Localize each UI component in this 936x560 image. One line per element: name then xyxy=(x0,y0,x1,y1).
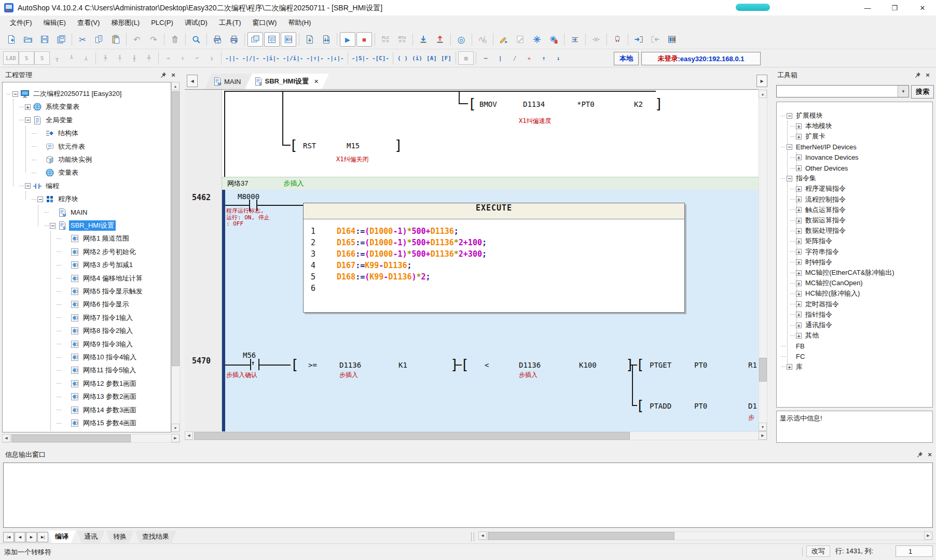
menu-item-v[interactable]: 查看(V) xyxy=(72,16,105,30)
redo-button[interactable]: ↷ xyxy=(146,32,161,47)
scroll-up-arrow[interactable]: ▲ xyxy=(759,90,767,98)
append-branch-button[interactable]: ┰ xyxy=(50,52,64,64)
expand-icon[interactable]: + xyxy=(796,155,802,160)
project-tree-item-15[interactable]: 网络5 指令显示触发 xyxy=(57,286,144,297)
delete-cell-button[interactable]: ╂ xyxy=(127,52,142,64)
contact-falling-button[interactable]: -|↓|- xyxy=(325,52,346,64)
draw-vline-button[interactable]: | xyxy=(493,52,507,64)
save-all-button[interactable] xyxy=(53,32,69,47)
close-panel-icon[interactable]: × xyxy=(169,71,177,79)
plc-protocol-button[interactable]: PLC xyxy=(378,32,393,47)
close-button[interactable]: ✕ xyxy=(909,0,936,16)
stop-button[interactable]: ■ xyxy=(356,32,372,47)
scroll-right-arrow[interactable]: ▶ xyxy=(759,431,767,440)
coil-set-button[interactable]: -|S|- xyxy=(350,52,370,64)
toolbox-tree-item-23[interactable]: FC xyxy=(781,352,806,362)
menu-item-h[interactable]: 帮助(H) xyxy=(282,16,316,30)
ptget-operand-2[interactable]: R1 xyxy=(748,361,757,369)
pin-icon[interactable] xyxy=(913,71,921,79)
print-button[interactable] xyxy=(226,32,242,47)
coil-count-button[interactable]: -[C]- xyxy=(370,52,391,64)
last-record-button[interactable]: ▶| xyxy=(37,532,48,542)
menu-item-t[interactable]: 工具(T) xyxy=(213,16,247,30)
save-button[interactable] xyxy=(37,32,52,47)
editor-tab-sbr_hmi[interactable]: SSBR_HMI设置✕ xyxy=(245,74,329,89)
toolbox-tree-item-8[interactable]: +流程控制指令 xyxy=(790,194,847,205)
offline-edit-button[interactable] xyxy=(588,32,604,47)
expand-icon[interactable]: + xyxy=(787,364,792,370)
project-tree-item-5[interactable]: 功能块实例 xyxy=(32,155,93,165)
contact-closed-button[interactable]: -|/|- xyxy=(241,52,261,64)
scroll-left-arrow[interactable]: ◀ xyxy=(478,531,487,540)
output-tab-查找结果[interactable]: 查找结果 xyxy=(135,530,176,543)
sfc-step-button[interactable]: S xyxy=(19,51,34,65)
ptget-instruction[interactable]: PTGET xyxy=(650,361,671,369)
expand-icon[interactable]: + xyxy=(796,333,802,339)
toolbox-tree-item-16[interactable]: +MC轴控(CanOpen) xyxy=(790,278,864,288)
project-tree-item-25[interactable]: 网络15 参数4画面 xyxy=(57,418,138,428)
bmov-operand-3[interactable]: K2 xyxy=(634,100,643,108)
merge-branch-button[interactable]: ┸ xyxy=(64,52,79,64)
project-tree-item-8[interactable]: −程序块 xyxy=(32,194,80,204)
project-tree-item-1[interactable]: +系统变量表 xyxy=(19,102,81,112)
scroll-thumb[interactable] xyxy=(759,358,767,382)
line-corner-button[interactable]: ⌐ xyxy=(190,52,204,64)
compile-all-button[interactable] xyxy=(319,32,334,47)
rst-operand[interactable]: M15 xyxy=(347,142,360,150)
scroll-left-arrow[interactable]: ◀ xyxy=(2,434,10,442)
cut-button[interactable]: ✂ xyxy=(75,32,90,47)
app-instruction-button[interactable]: [A] xyxy=(424,52,439,64)
next-record-button[interactable]: ▶ xyxy=(26,532,37,542)
jump-out-button[interactable] xyxy=(648,32,663,47)
window-ladder-button[interactable] xyxy=(281,32,296,47)
project-tree-item-9[interactable]: MMAIN xyxy=(44,207,89,218)
ptget-operand-1[interactable]: PT0 xyxy=(694,361,707,369)
project-tree-item-13[interactable]: 网络3 步号加减1 xyxy=(57,260,134,270)
compile-button[interactable] xyxy=(302,32,318,47)
undo-button[interactable]: ↶ xyxy=(129,32,145,47)
toolbox-tree-item-15[interactable]: +MC轴控(EtherCAT&脉冲输出) xyxy=(790,268,896,278)
prev-record-button[interactable]: ◀ xyxy=(15,532,25,542)
copy-button[interactable] xyxy=(91,32,107,47)
expand-icon[interactable]: + xyxy=(796,134,802,139)
insert-cell-button[interactable]: ╄ xyxy=(98,52,113,64)
scroll-right-arrow[interactable]: ▶ xyxy=(924,531,932,540)
project-tree-item-20[interactable]: 网络10 指令4输入 xyxy=(57,352,138,362)
contact-label[interactable]: M56 xyxy=(243,351,256,359)
output-tab-转换[interactable]: 转换 xyxy=(106,530,134,543)
script-line-3[interactable]: 3D166:=(D1000-1)*500+D1136*2+300; xyxy=(304,249,684,261)
toolbox-tree-item-10[interactable]: +数据运算指令 xyxy=(790,215,847,226)
script-line-2[interactable]: 2D165:=(D1000-1)*500+D1136*2+100; xyxy=(304,238,684,249)
move-up-button[interactable]: ↑ xyxy=(536,52,551,64)
draw-hline-button[interactable]: — xyxy=(478,52,493,64)
tab-close-icon[interactable]: ✕ xyxy=(314,78,319,85)
delete-line-button[interactable]: / xyxy=(507,52,522,64)
editor-tab-main[interactable]: MMAIN xyxy=(204,74,252,89)
contact-closed-imm-button[interactable]: -|/i|- xyxy=(281,52,305,64)
usb-connect-button[interactable] xyxy=(610,32,625,47)
toolbox-tree-item-4[interactable]: +Inovance Devices xyxy=(790,152,860,163)
script-line-1[interactable]: 1D164:=(D1000-1)*500+D1136; xyxy=(304,227,684,238)
collapse-icon[interactable]: − xyxy=(25,117,31,123)
project-tree-item-26[interactable]: 网络16 参数5画面 xyxy=(57,431,138,432)
scroll-down-arrow[interactable]: ▼ xyxy=(759,423,767,431)
maximize-button[interactable]: ❐ xyxy=(882,0,907,16)
menu-item-w[interactable]: 窗口(W) xyxy=(246,16,282,30)
window-cascade-button[interactable] xyxy=(247,32,263,47)
project-tree-item-12[interactable]: 网络2 步号初始化 xyxy=(57,247,137,257)
project-tree-item-24[interactable]: 网络14 参数3画面 xyxy=(57,405,138,415)
project-tree-item-22[interactable]: 网络12 参数1画面 xyxy=(57,379,138,389)
coil-out-imm-button[interactable]: (i) xyxy=(410,52,424,64)
print-preview-button[interactable] xyxy=(210,32,225,47)
coil-out-button[interactable]: ( ) xyxy=(395,52,410,64)
toolbox-tree-item-11[interactable]: +数据处理指令 xyxy=(790,226,847,236)
expand-icon[interactable]: + xyxy=(796,165,802,171)
compare-operand-2[interactable]: K1 xyxy=(398,361,407,369)
toolbox-tree-item-6[interactable]: −指令集 xyxy=(781,173,818,184)
expand-icon[interactable]: + xyxy=(796,281,802,286)
pin-icon[interactable] xyxy=(159,71,167,79)
contact-open-button[interactable]: -||- xyxy=(224,52,241,64)
expand-icon[interactable]: + xyxy=(796,291,802,297)
toolbox-tree-item-24[interactable]: +库 xyxy=(781,362,804,372)
project-tree-item-21[interactable]: 网络11 指令5输入 xyxy=(57,365,137,375)
